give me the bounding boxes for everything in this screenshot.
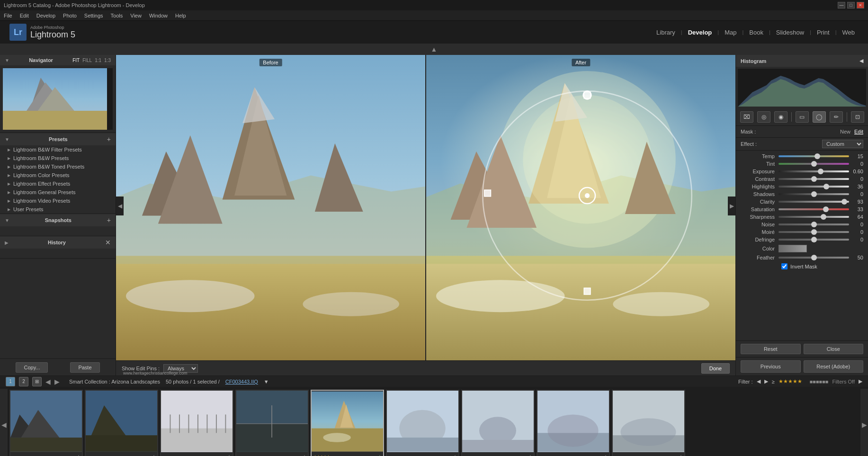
- filmstrip-nav-next[interactable]: ▶: [54, 378, 60, 385]
- radial-filter-icon[interactable]: ◯: [813, 111, 826, 123]
- adjustment-brush-icon[interactable]: ✏: [830, 111, 843, 123]
- slider-clarity-thumb[interactable]: [841, 199, 847, 205]
- slider-moire-track[interactable]: [779, 231, 849, 233]
- slider-defringe-thumb[interactable]: [811, 237, 817, 242]
- slider-highlights-thumb[interactable]: [823, 184, 829, 189]
- fit-option-1-3[interactable]: 1:3: [104, 58, 111, 63]
- filmstrip-tab-1[interactable]: 1: [6, 377, 15, 386]
- nav-slideshow[interactable]: Slideshow: [772, 27, 808, 38]
- film-thumb-9[interactable]: ✓: [612, 390, 685, 456]
- close-panel-button[interactable]: Close: [804, 344, 864, 354]
- right-panel-collapse-arrow[interactable]: ▶: [728, 197, 735, 215]
- fit-option-fill[interactable]: FILL: [82, 58, 92, 63]
- slider-exposure-thumb[interactable]: [818, 169, 823, 174]
- snapshots-add-button[interactable]: +: [107, 216, 111, 224]
- left-panel-collapse-arrow[interactable]: ◀: [116, 197, 124, 215]
- before-after-icon[interactable]: ⊡: [851, 111, 864, 123]
- slider-moire-thumb[interactable]: [811, 229, 817, 235]
- filter-off-label[interactable]: Filters Off: [832, 379, 855, 384]
- redeye-icon[interactable]: ◉: [774, 111, 787, 123]
- menu-photo[interactable]: Photo: [63, 13, 77, 18]
- effect-select[interactable]: Custom Soften Skin Brighten: [822, 140, 863, 148]
- preset-item-bw[interactable]: ▶Lightroom B&W Presets: [0, 154, 116, 162]
- nav-web[interactable]: Web: [839, 27, 859, 38]
- snapshots-header[interactable]: ▼ Snapshots +: [0, 214, 116, 226]
- film-thumb-3[interactable]: ✓: [160, 390, 233, 456]
- slider-defringe-track[interactable]: [779, 239, 849, 241]
- filter-prev-icon[interactable]: ◀: [757, 378, 761, 384]
- file-dropdown-icon[interactable]: ▼: [264, 379, 269, 384]
- navigator-header[interactable]: ▼ Navigator FIT FILL 1:1 1:3: [0, 55, 116, 65]
- history-clear-button[interactable]: ✕: [105, 239, 111, 246]
- menu-edit[interactable]: Edit: [20, 13, 29, 18]
- fit-option-1-1[interactable]: 1:1: [95, 58, 101, 63]
- close-button[interactable]: ✕: [857, 2, 864, 9]
- slider-saturation-track[interactable]: [779, 208, 849, 210]
- slider-tint-thumb[interactable]: [811, 161, 817, 167]
- reset-button[interactable]: Reset: [741, 344, 801, 354]
- done-button[interactable]: Done: [701, 363, 730, 374]
- menu-window[interactable]: Window: [149, 13, 168, 18]
- menu-help[interactable]: Help: [175, 13, 186, 18]
- mask-edit-button[interactable]: Edit: [854, 129, 863, 134]
- filter-color-icons[interactable]: ■■■■■■: [810, 379, 829, 384]
- slider-exposure-track[interactable]: [779, 170, 849, 172]
- nav-map[interactable]: Map: [721, 27, 740, 38]
- slider-temp-track[interactable]: [779, 155, 849, 157]
- film-thumb-4[interactable]: ✓: [235, 390, 309, 456]
- filter-next-icon[interactable]: ▶: [764, 378, 768, 384]
- presets-header[interactable]: ▼ Presets +: [0, 133, 116, 145]
- preset-item-general[interactable]: ▶Lightroom General Presets: [0, 188, 116, 197]
- fit-option-fit[interactable]: FIT: [72, 58, 80, 63]
- film-thumb-2[interactable]: ✓: [85, 390, 158, 456]
- film-thumb-1[interactable]: ✓: [9, 390, 83, 456]
- previous-button[interactable]: Previous: [741, 360, 801, 373]
- minimize-button[interactable]: —: [838, 2, 845, 9]
- preset-item-effect[interactable]: ▶Lightroom Effect Presets: [0, 179, 116, 188]
- nav-print[interactable]: Print: [813, 27, 833, 38]
- presets-add-button[interactable]: +: [107, 135, 111, 143]
- slider-tint-track[interactable]: [779, 163, 849, 165]
- slider-clarity-track[interactable]: [779, 201, 849, 203]
- preset-item-bw-toned[interactable]: ▶Lightroom B&W Toned Presets: [0, 162, 116, 171]
- slider-saturation-thumb[interactable]: [823, 206, 829, 212]
- film-thumb-8[interactable]: ✓: [537, 390, 610, 456]
- nav-develop[interactable]: Develop: [684, 27, 716, 38]
- view-top-collapse-arrow[interactable]: ▲: [425, 45, 443, 53]
- feather-thumb[interactable]: [811, 255, 817, 260]
- selected-file[interactable]: CF003443.IIQ: [225, 379, 258, 384]
- slider-noise-track[interactable]: [779, 224, 849, 225]
- filmstrip-scroll-right[interactable]: ▶: [860, 389, 868, 456]
- reset-adobe-button[interactable]: Reset (Adobe): [804, 360, 864, 373]
- filmstrip-nav-prev[interactable]: ◀: [45, 378, 51, 385]
- slider-sharpness-thumb[interactable]: [821, 214, 826, 220]
- crop-tool-icon[interactable]: ⌧: [740, 111, 753, 123]
- preset-item-bw-filter[interactable]: ▶Lightroom B&W Filter Presets: [0, 145, 116, 154]
- slider-shadows-thumb[interactable]: [811, 191, 817, 197]
- filter-stars[interactable]: ★★★★★: [779, 378, 802, 384]
- film-thumb-5-selected[interactable]: ★★★★★ ✓: [311, 390, 384, 456]
- menu-settings[interactable]: Settings: [84, 13, 103, 18]
- menu-tools[interactable]: Tools: [111, 13, 123, 18]
- history-header[interactable]: ▶ History ✕: [0, 236, 116, 249]
- filmstrip-tab-grid[interactable]: ⊞: [32, 377, 42, 386]
- invert-mask-checkbox[interactable]: [781, 263, 787, 269]
- gradient-filter-icon[interactable]: ▭: [796, 111, 809, 123]
- menu-develop[interactable]: Develop: [36, 13, 55, 18]
- preset-item-color[interactable]: ▶Lightroom Color Presets: [0, 171, 116, 179]
- menu-view[interactable]: View: [130, 13, 142, 18]
- slider-highlights-track[interactable]: [779, 186, 849, 188]
- spot-removal-icon[interactable]: ◎: [757, 111, 770, 123]
- slider-shadows-track[interactable]: [779, 193, 849, 195]
- slider-noise-thumb[interactable]: [811, 222, 817, 227]
- preset-item-video[interactable]: ▶Lightroom Video Presets: [0, 197, 116, 205]
- color-swatch[interactable]: [779, 245, 807, 252]
- mask-new-button[interactable]: New: [840, 129, 850, 134]
- maximize-button[interactable]: □: [847, 2, 855, 9]
- preset-item-user[interactable]: ▶User Presets: [0, 205, 116, 214]
- film-thumb-7[interactable]: ✓: [461, 390, 535, 456]
- feather-track[interactable]: [779, 257, 849, 259]
- filmstrip-scroll-left[interactable]: ◀: [0, 389, 8, 456]
- paste-button[interactable]: Paste: [70, 362, 99, 373]
- nav-book[interactable]: Book: [745, 27, 767, 38]
